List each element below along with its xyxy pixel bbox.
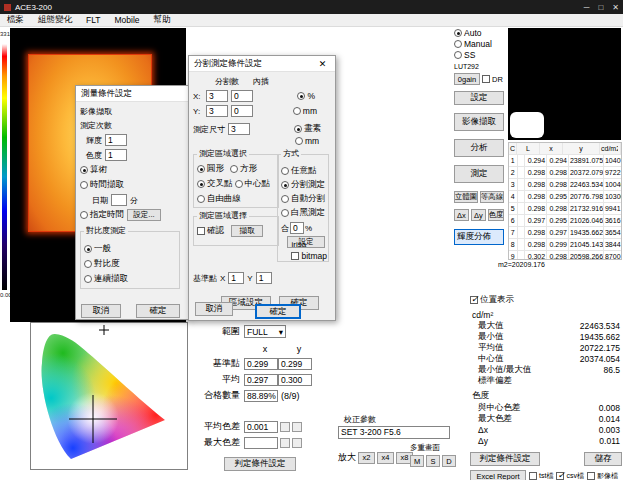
luminance-count-field[interactable]: 1 — [105, 134, 127, 146]
scheduled-radio[interactable]: 指定時間 — [80, 209, 124, 221]
judge-settings-button[interactable]: 判定條件設定 — [224, 457, 296, 471]
table-row[interactable]: 4 0.298 0.295 20776.798 10306 — [509, 191, 621, 203]
menu-item[interactable]: 幫助 — [147, 14, 178, 26]
cell-c: 7 — [509, 227, 518, 238]
zoom-button[interactable]: x4 — [377, 452, 394, 464]
center-point-radio[interactable]: 中心點 — [235, 178, 271, 190]
menu-item[interactable]: 組態變化 — [31, 14, 79, 26]
date-field[interactable] — [111, 194, 127, 206]
measurement-table[interactable]: CLxycd/m2 1 0.294 0.294 23891.075 10407 … — [508, 142, 622, 260]
table-row[interactable]: 2 0.298 0.298 20372.079 9722 — [509, 167, 621, 179]
position-display-checkbox[interactable]: 位置表示 — [470, 294, 514, 306]
excel-report-button[interactable]: Excel Report — [470, 470, 526, 480]
file-format-checkbox[interactable]: tst檔 — [529, 471, 553, 480]
y-interp-field[interactable]: 0 — [231, 105, 253, 117]
circle-radio[interactable]: 圓形 — [197, 163, 224, 175]
delta-y-button[interactable]: Δy — [471, 209, 486, 221]
free-curve-radio[interactable]: 自由曲線 — [197, 193, 241, 205]
judge-settings-button[interactable]: 判定條件設定 — [470, 452, 540, 466]
range-select[interactable]: FULL ▾ — [244, 325, 286, 338]
delta-x-button[interactable]: Δx — [454, 209, 469, 221]
radio-icon — [281, 209, 289, 217]
table-row[interactable]: 8 0.298 0.299 21045.143 3844 — [509, 239, 621, 251]
cross-point-radio[interactable]: 交叉點 — [197, 178, 233, 190]
minimize-icon[interactable]: ─ — [584, 3, 590, 12]
multi-screen-button[interactable]: S — [426, 455, 440, 467]
unit-mm2-radio[interactable]: mm — [295, 136, 319, 146]
dialog-title-bar[interactable]: 測量條件設定 — [76, 86, 189, 102]
maximize-icon[interactable]: □ — [598, 3, 603, 12]
square-radio[interactable]: 方形 — [230, 163, 257, 175]
file-format-checkbox[interactable]: 影像檔 — [587, 471, 618, 480]
unit-pixel-radio[interactable]: 畫素 — [294, 123, 321, 135]
zoom-buttons: x2x4x8 — [358, 452, 413, 464]
capture-button[interactable]: 影像擷取 — [454, 113, 504, 131]
stat-row: 最小值/最大值 86.5 — [470, 364, 622, 375]
preview-image[interactable] — [508, 28, 621, 140]
interval-radio[interactable]: 時間擷取 — [80, 179, 124, 191]
ok-button[interactable]: 確定 — [255, 304, 301, 319]
menu-item[interactable]: Mobile — [107, 15, 146, 25]
measure-button[interactable]: 測定 — [454, 165, 504, 183]
unit-mm-radio[interactable]: mm — [293, 106, 317, 116]
ok-button[interactable]: 確定 — [136, 304, 180, 318]
normal-radio[interactable]: 一般 — [84, 243, 111, 255]
table-row[interactable]: 1 0.294 0.294 23891.075 10407 — [509, 155, 621, 167]
auto-radio[interactable]: Auto — [454, 28, 506, 38]
multi-screen-button[interactable]: M — [410, 455, 424, 467]
zoom-button[interactable]: x2 — [358, 452, 375, 464]
luminance-dist-button[interactable]: 輝度分佈 — [454, 229, 504, 245]
table-row[interactable]: 7 0.298 0.297 19435.662 3654 — [509, 227, 621, 239]
contour-button[interactable]: 等高線 — [480, 191, 504, 203]
ref-y-field[interactable]: 0.299 — [278, 358, 312, 370]
mode-option-radio[interactable]: 任意點 — [281, 165, 325, 177]
mode-option-radio[interactable]: 白黑測定 — [281, 207, 325, 219]
multi-screen-button[interactable]: D — [442, 455, 456, 467]
table-row[interactable]: 3 0.298 0.298 22463.534 10046 — [509, 179, 621, 191]
ref-x-field[interactable]: 0.299 — [244, 358, 278, 370]
mode-option-radio[interactable]: 自動分割 — [281, 193, 325, 205]
bitmap-checkbox[interactable]: bitmap — [291, 251, 327, 261]
y-divisions-field[interactable]: 3 — [206, 105, 228, 117]
dr-checkbox[interactable]: DR — [482, 75, 503, 84]
confirm-checkbox[interactable]: 確認 — [197, 225, 224, 237]
chroma-view-button[interactable]: 色度 — [488, 209, 504, 221]
close-icon[interactable]: ✕ — [612, 3, 619, 12]
menu-item[interactable]: FLT — [79, 15, 107, 25]
base-x-field[interactable]: 1 — [228, 272, 244, 284]
cancel-button[interactable]: 取消 — [195, 302, 233, 316]
unit-percent-radio[interactable]: % — [297, 91, 315, 101]
menu-item[interactable]: 檔案 — [0, 14, 31, 26]
file-format-checkbox[interactable]: csv檔 — [556, 471, 584, 480]
size-label: 測定尺寸 — [193, 124, 225, 135]
contrast-radio[interactable]: 對比度 — [84, 258, 120, 270]
size-field[interactable]: 3 — [228, 123, 250, 135]
x-divisions-field[interactable]: 3 — [206, 90, 228, 102]
base-y-field[interactable]: 1 — [256, 272, 272, 284]
calibration-label: 校正參數 — [344, 414, 463, 425]
manual-radio[interactable]: Manual — [454, 39, 506, 49]
gain-button[interactable]: 0gain — [454, 73, 480, 85]
schedule-set-button[interactable]: 設定... — [127, 209, 161, 221]
table-row[interactable]: 5 0.298 0.298 21732.916 9941 — [509, 203, 621, 215]
ss-radio[interactable]: SS — [454, 50, 506, 60]
chroma-count-field[interactable]: 1 — [105, 149, 127, 161]
mode-option-radio[interactable]: 分割測定 — [281, 179, 325, 191]
capture-region-button[interactable]: 擷取 — [231, 225, 263, 237]
save-button[interactable]: 儲存 — [584, 452, 622, 466]
close-icon[interactable]: ✕ — [315, 57, 330, 70]
analyze-button[interactable]: 分析 — [454, 139, 504, 157]
dialog-title-bar[interactable]: 分割測定條件設定 ✕ — [189, 56, 335, 72]
continuous-radio[interactable]: 連續擷取 — [84, 273, 128, 285]
cie-chromaticity-diagram[interactable] — [30, 322, 188, 470]
table-row[interactable]: 6 0.297 0.295 21026.046 3616 — [509, 215, 621, 227]
set-button[interactable]: 設定 — [454, 91, 504, 105]
file-format-checkboxes: tst檔 csv檔 影像檔 — [529, 471, 618, 480]
solid-view-button[interactable]: 立體圖 — [454, 191, 478, 203]
x-interp-field[interactable]: 0 — [231, 90, 253, 102]
arithmetic-radio[interactable]: 算術 — [80, 164, 107, 176]
cancel-button[interactable]: 取消 — [81, 304, 121, 318]
table-row[interactable]: 9 0.302 0.298 20598.266 8700 — [509, 251, 621, 260]
total-field[interactable]: 0 — [290, 222, 304, 234]
stat-value: 22463.534 — [556, 321, 622, 331]
